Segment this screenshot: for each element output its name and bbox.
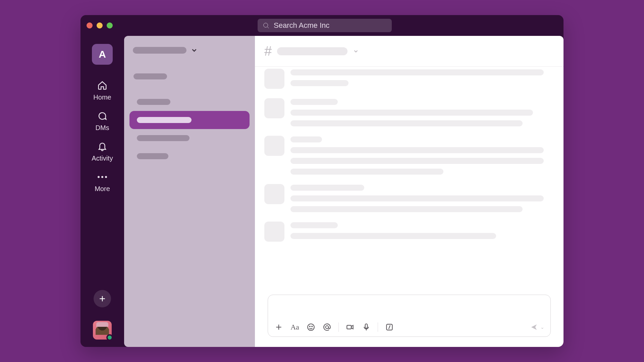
search-placeholder: Search Acme Inc: [274, 21, 329, 30]
chevron-down-icon: [353, 48, 359, 54]
message: [264, 69, 554, 89]
workspace-initial: A: [99, 49, 106, 60]
send-button[interactable]: ⌄: [530, 323, 544, 331]
message-avatar: [264, 222, 284, 242]
message-text-placeholder: [290, 80, 348, 86]
message-text-placeholder: [290, 110, 533, 116]
message-text-placeholder: [290, 120, 523, 126]
channel-name-placeholder: [137, 153, 168, 159]
nav-dms-label: DMs: [95, 124, 109, 132]
message-body: [290, 222, 554, 242]
message-text-placeholder: [290, 206, 523, 212]
message-text-placeholder: [290, 185, 364, 191]
svg-point-4: [308, 324, 314, 330]
message-body: [290, 98, 554, 126]
svg-point-6: [312, 326, 312, 327]
message-composer[interactable]: Aa: [268, 295, 551, 337]
message-text-placeholder: [290, 136, 322, 142]
search-icon: [262, 22, 270, 29]
message-avatar: [264, 136, 284, 156]
message-body: [290, 136, 554, 175]
attach-button[interactable]: [274, 322, 283, 332]
message-avatar: [264, 98, 284, 118]
svg-line-11: [389, 325, 390, 329]
message-list: [255, 67, 564, 295]
hash-icon: #: [264, 44, 272, 59]
toolbar-separator: [338, 322, 339, 332]
channel-name-placeholder: [137, 99, 170, 105]
channel-item[interactable]: [129, 129, 250, 147]
channel-item[interactable]: [129, 93, 250, 111]
workspace-name-placeholder: [133, 47, 186, 54]
user-menu[interactable]: [93, 321, 112, 340]
chevron-down-icon: [191, 47, 198, 54]
nav-activity-label: Activity: [92, 155, 113, 162]
emoji-button[interactable]: [306, 322, 316, 332]
message-text-placeholder: [290, 147, 544, 153]
titlebar: Search Acme Inc: [80, 15, 564, 36]
home-icon: [96, 79, 108, 92]
presence-indicator: [106, 334, 113, 341]
svg-line-1: [267, 27, 269, 28]
message-text-placeholder: [290, 99, 338, 105]
message-avatar: [264, 69, 284, 89]
maximize-window-button[interactable]: [107, 22, 113, 28]
nav-home[interactable]: Home: [93, 79, 111, 101]
plus-icon: +: [99, 293, 106, 305]
message-text-placeholder: [290, 69, 544, 75]
channel-header[interactable]: #: [255, 36, 564, 67]
channel-name-placeholder: [277, 47, 347, 55]
nav-more-label: More: [95, 185, 110, 193]
workspace-header[interactable]: [129, 47, 250, 54]
send-icon: [530, 323, 538, 331]
message-avatar: [264, 184, 284, 204]
message-text-placeholder: [290, 233, 496, 239]
app-window: Search Acme Inc A Home DMs: [80, 15, 564, 347]
more-icon: [96, 171, 108, 183]
channel-name-placeholder: [137, 117, 192, 123]
search-input[interactable]: Search Acme Inc: [258, 19, 392, 32]
message: [264, 184, 554, 212]
workspace-switcher[interactable]: A: [92, 44, 113, 65]
formatting-button[interactable]: Aa: [290, 322, 300, 332]
audio-button[interactable]: [362, 322, 371, 332]
message: [264, 222, 554, 242]
message-text-placeholder: [290, 222, 338, 228]
message-body: [290, 184, 554, 212]
close-window-button[interactable]: [87, 22, 93, 28]
bell-icon: [96, 140, 108, 153]
video-button[interactable]: [345, 322, 355, 332]
svg-point-5: [310, 326, 310, 327]
channel-item[interactable]: [129, 147, 250, 165]
chevron-down-icon: ⌄: [540, 324, 544, 330]
nav-more[interactable]: More: [95, 171, 110, 193]
channel-sidebar: [124, 36, 255, 347]
composer-input[interactable]: [268, 295, 550, 318]
svg-rect-8: [347, 325, 351, 329]
svg-point-7: [326, 326, 329, 329]
mention-button[interactable]: [322, 322, 332, 332]
message-text-placeholder: [290, 195, 544, 201]
svg-rect-9: [365, 324, 368, 328]
channel-name-placeholder: [137, 135, 190, 141]
message: [264, 98, 554, 126]
nav-home-label: Home: [93, 94, 111, 101]
message-text-placeholder: [290, 169, 443, 175]
message: [264, 136, 554, 175]
compose-button[interactable]: +: [94, 290, 111, 307]
nav-activity[interactable]: Activity: [92, 140, 113, 162]
dms-icon: [96, 110, 108, 122]
channel-item[interactable]: [129, 111, 250, 129]
minimize-window-button[interactable]: [97, 22, 103, 28]
message-body: [290, 69, 554, 89]
window-controls: [87, 22, 113, 28]
slash-command-button[interactable]: [385, 322, 394, 332]
sidebar-section-header[interactable]: [129, 67, 250, 85]
toolbar-separator: [378, 322, 378, 332]
svg-point-0: [264, 23, 268, 27]
composer-toolbar: Aa: [268, 318, 550, 337]
sidebar-label-placeholder: [133, 73, 167, 79]
message-text-placeholder: [290, 158, 544, 164]
main-pane: # Aa: [255, 36, 564, 347]
nav-dms[interactable]: DMs: [95, 110, 109, 132]
